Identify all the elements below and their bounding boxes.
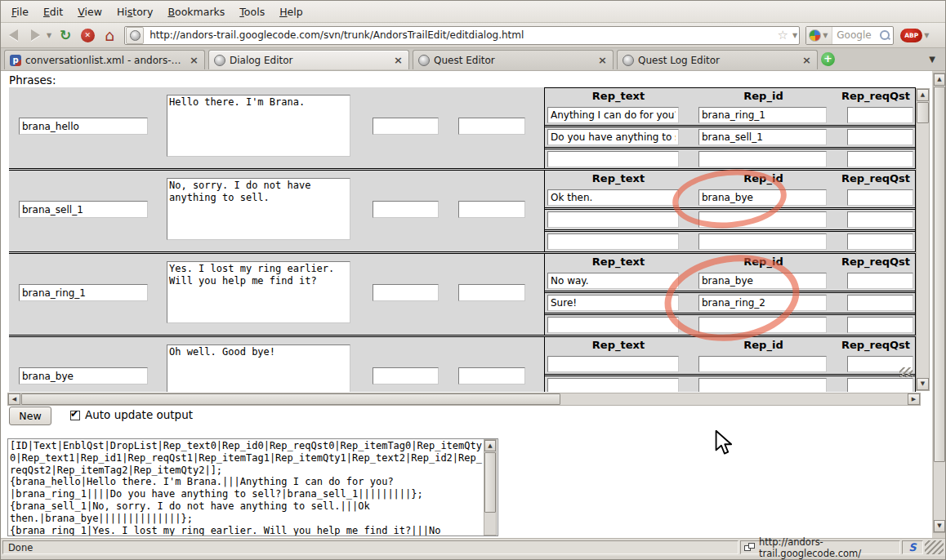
phrase-text-input[interactable] (167, 344, 350, 392)
phrase-id-input[interactable] (19, 284, 148, 301)
site-identity-button[interactable] (126, 27, 144, 44)
reply-reqqst-input[interactable] (847, 295, 913, 311)
reply-id-input[interactable] (698, 151, 827, 167)
scrollbar-thumb[interactable] (484, 452, 496, 513)
reply-reqqst-input[interactable] (847, 378, 913, 392)
scroll-up-button[interactable]: ▲ (484, 440, 496, 451)
new-tab-button[interactable]: + (821, 52, 835, 66)
reply-reqqst-input[interactable] (847, 189, 913, 206)
reply-text-input[interactable] (547, 107, 679, 123)
reply-id-input[interactable] (698, 356, 827, 372)
forward-button[interactable] (25, 25, 45, 45)
scroll-up-button[interactable]: ▲ (934, 73, 945, 86)
phrase-enblqst-input[interactable] (373, 118, 439, 135)
phrases-horizontal-scrollbar[interactable]: ◀ ▶ (7, 393, 921, 406)
reply-text-input[interactable] (547, 233, 679, 250)
tab-dialog-editor[interactable]: Dialog Editor× (208, 50, 409, 69)
scroll-right-button[interactable]: ▶ (908, 393, 920, 405)
window-vertical-scrollbar[interactable]: ▲ ▼ (933, 73, 946, 533)
reply-text-input[interactable] (547, 356, 679, 372)
menu-view[interactable]: View (70, 2, 109, 21)
reply-text-input[interactable] (547, 151, 679, 167)
window-resize-grip[interactable] (925, 540, 944, 554)
menu-file[interactable]: File (4, 2, 36, 21)
output-vertical-scrollbar[interactable]: ▲ (484, 439, 497, 536)
address-bar[interactable]: http://andors-trail.googlecode.com/svn/t… (124, 26, 800, 45)
reply-text-input[interactable] (547, 129, 679, 145)
history-dropdown-arrow[interactable]: ▼ (47, 32, 51, 39)
tab-close-button[interactable]: × (797, 54, 817, 66)
phrase-text-input[interactable] (167, 261, 350, 323)
reply-text-input[interactable] (547, 317, 679, 333)
reply-text-input[interactable] (547, 295, 679, 311)
tab-conversationlist-xml-andors-tr[interactable]: pconversationlist.xml - andors-trail - P… (4, 50, 205, 69)
phrase-droplist-input[interactable] (458, 118, 525, 135)
reply-text-input[interactable] (547, 378, 679, 392)
reply-text-input[interactable] (547, 189, 679, 206)
reply-reqqst-input[interactable] (847, 129, 913, 145)
scrollbar-thumb[interactable] (917, 102, 929, 123)
reply-text-input[interactable] (547, 211, 679, 228)
search-engine-selector[interactable]: ▼ (806, 27, 832, 44)
menu-edit[interactable]: Edit (36, 2, 70, 21)
url-text[interactable]: http://andors-trail.googlecode.com/svn/t… (149, 29, 777, 41)
search-input[interactable] (832, 29, 879, 41)
auto-update-label[interactable]: Auto update output (85, 408, 193, 421)
scrollbar-thumb[interactable] (21, 393, 560, 405)
phrases-vertical-scrollbar[interactable]: ▲ ▼ (916, 88, 930, 391)
reply-id-input[interactable] (698, 129, 827, 145)
reload-button[interactable]: ↻ (56, 25, 75, 45)
reply-text-input[interactable] (547, 273, 679, 289)
reply-id-input[interactable] (698, 378, 827, 392)
tab-quest-editor[interactable]: Quest Editor× (413, 50, 614, 69)
tab-close-button[interactable]: × (592, 54, 613, 66)
scroll-down-button[interactable]: ▼ (934, 520, 945, 532)
menu-tools[interactable]: Tools (232, 2, 272, 21)
output-textarea[interactable]: [ID|Text|EnblQst|DropList|Rep_text0|Rep_… (7, 438, 498, 536)
reply-id-input[interactable] (698, 107, 827, 123)
tab-quest-log-editor[interactable]: Quest Log Editor× (617, 50, 818, 69)
back-button[interactable] (3, 25, 23, 45)
menu-help[interactable]: Help (272, 2, 310, 21)
phrase-id-input[interactable] (19, 201, 148, 218)
reply-reqqst-input[interactable] (847, 233, 913, 250)
phrase-enblqst-input[interactable] (373, 284, 439, 301)
phrase-droplist-input[interactable] (458, 284, 525, 301)
phrase-enblqst-input[interactable] (373, 367, 439, 384)
bookmark-star-icon[interactable]: ☆ (778, 28, 788, 42)
adblock-plus-icon[interactable]: ABP (900, 29, 922, 42)
adblock-dropdown-arrow[interactable]: ▼ (924, 32, 929, 39)
tab-close-button[interactable]: × (184, 54, 204, 66)
scroll-up-button[interactable]: ▲ (917, 89, 929, 101)
scroll-left-button[interactable]: ◀ (8, 393, 20, 405)
reply-reqqst-input[interactable] (847, 151, 913, 167)
phrase-id-input[interactable] (19, 118, 148, 135)
reply-reqqst-input[interactable] (847, 317, 913, 333)
replies-resize-grip[interactable] (899, 367, 913, 377)
engine-dropdown-arrow[interactable]: ▼ (823, 32, 828, 39)
scroll-down-button[interactable]: ▼ (917, 378, 929, 390)
phrase-droplist-input[interactable] (458, 201, 525, 218)
tab-list-dropdown-arrow[interactable]: ▼ (929, 55, 935, 64)
reply-reqqst-input[interactable] (847, 273, 913, 289)
search-bar[interactable]: ▼ (805, 26, 894, 45)
reply-id-input[interactable] (698, 233, 827, 250)
auto-update-checkbox[interactable]: ✔ (70, 411, 80, 420)
extension-badge[interactable]: S (902, 540, 923, 554)
phrase-id-input[interactable] (19, 367, 148, 384)
stop-button[interactable]: ✕ (78, 25, 97, 45)
url-dropdown-arrow[interactable]: ▼ (792, 32, 797, 39)
reply-reqqst-input[interactable] (847, 107, 913, 123)
phrase-text-input[interactable] (167, 178, 350, 240)
scrollbar-thumb[interactable] (934, 87, 945, 462)
home-button[interactable]: ⌂ (100, 25, 119, 45)
reply-reqqst-input[interactable] (847, 211, 913, 228)
phrase-text-input[interactable] (167, 95, 350, 157)
menu-bookmarks[interactable]: Bookmarks (160, 2, 232, 21)
phrase-droplist-input[interactable] (458, 367, 525, 384)
new-phrase-button[interactable]: New (9, 407, 51, 425)
phrase-enblqst-input[interactable] (373, 201, 439, 218)
tab-close-button[interactable]: × (388, 54, 408, 66)
menu-history[interactable]: History (109, 2, 161, 21)
search-magnifier-icon[interactable] (879, 29, 890, 41)
